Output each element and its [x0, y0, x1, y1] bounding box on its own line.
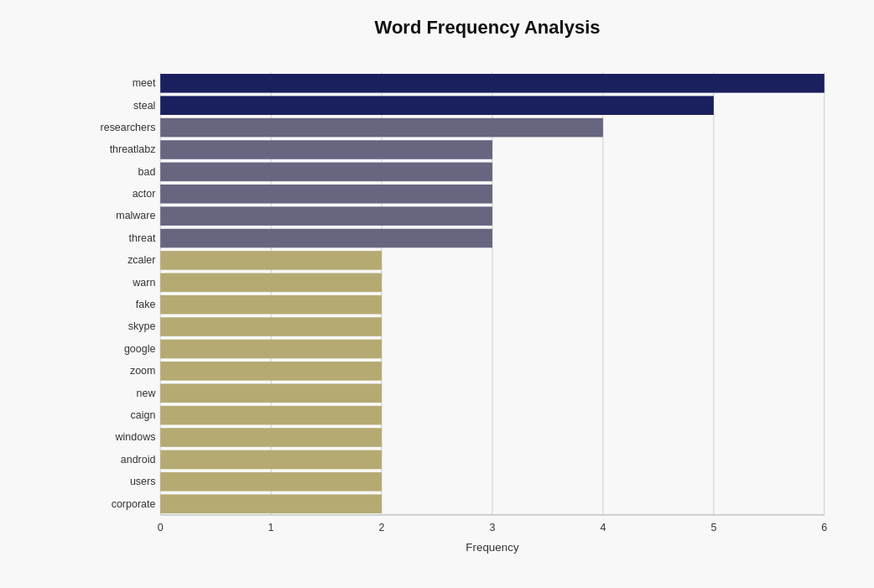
svg-text:actor: actor [133, 188, 156, 200]
svg-text:android: android [121, 454, 156, 466]
svg-text:skype: skype [128, 320, 156, 332]
svg-rect-53 [160, 472, 382, 492]
svg-rect-29 [160, 206, 492, 226]
svg-text:1: 1 [268, 522, 274, 533]
svg-rect-39 [160, 317, 382, 336]
svg-rect-33 [160, 251, 382, 270]
chart-container: Word Frequency Analysis 0123456Frequency… [0, 0, 874, 588]
svg-rect-23 [160, 140, 492, 159]
chart-title: Word Frequency Analysis [84, 17, 840, 39]
svg-text:threatlabz: threatlabz [110, 143, 156, 155]
svg-text:google: google [124, 343, 156, 355]
svg-rect-17 [160, 74, 825, 93]
svg-text:bad: bad [138, 166, 156, 178]
svg-text:zcaler: zcaler [127, 254, 155, 266]
svg-text:new: new [137, 388, 157, 399]
svg-rect-31 [160, 229, 492, 248]
svg-text:meet: meet [133, 77, 156, 89]
svg-text:3: 3 [490, 522, 496, 533]
svg-text:0: 0 [158, 522, 164, 533]
svg-rect-25 [160, 163, 492, 182]
svg-text:fake: fake [136, 299, 156, 310]
svg-rect-21 [160, 118, 603, 138]
svg-text:users: users [130, 476, 156, 487]
svg-text:2: 2 [379, 522, 385, 533]
svg-text:4: 4 [600, 522, 606, 533]
svg-rect-43 [160, 362, 382, 381]
svg-text:threat: threat [129, 232, 156, 244]
svg-rect-55 [160, 494, 382, 513]
chart-svg: 0123456Frequencymeetstealresearchersthre… [84, 54, 840, 574]
svg-text:6: 6 [821, 522, 827, 533]
svg-rect-45 [160, 383, 382, 403]
svg-text:windows: windows [115, 431, 156, 443]
svg-rect-47 [160, 406, 382, 425]
svg-rect-49 [160, 428, 382, 447]
svg-rect-37 [160, 295, 382, 315]
svg-text:steal: steal [133, 100, 155, 112]
svg-rect-51 [160, 450, 382, 470]
svg-rect-19 [160, 96, 714, 115]
svg-rect-27 [160, 185, 492, 204]
svg-text:zoom: zoom [130, 365, 156, 377]
svg-text:5: 5 [710, 522, 716, 533]
svg-text:warn: warn [132, 277, 155, 289]
svg-text:malware: malware [116, 210, 155, 221]
svg-text:Frequency: Frequency [466, 541, 519, 554]
svg-text:corporate: corporate [112, 498, 156, 510]
svg-rect-41 [160, 340, 382, 359]
svg-text:researchers: researchers [101, 122, 156, 133]
svg-rect-35 [160, 273, 382, 293]
svg-text:caign: caign [131, 409, 156, 421]
